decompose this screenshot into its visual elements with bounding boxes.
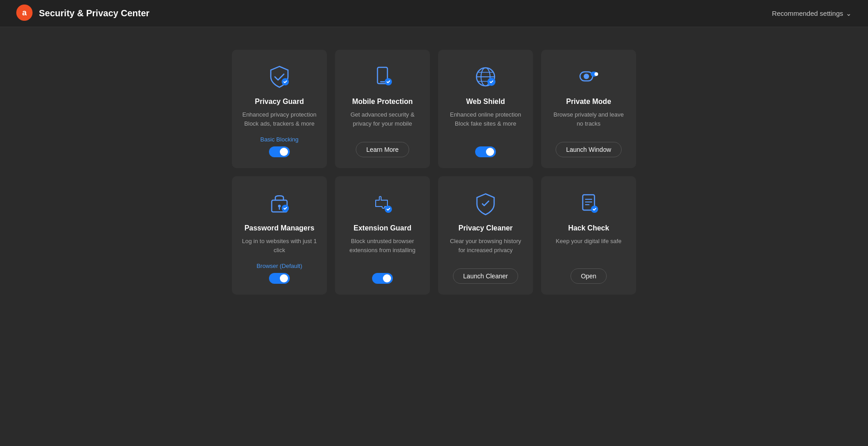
web-shield-bottom <box>475 146 496 157</box>
privacy-guard-title: Privacy Guard <box>255 98 304 106</box>
card-web-shield: Web ShieldEnhanced online protection Blo… <box>438 50 533 168</box>
privacy-guard-bottom: Basic Blocking <box>260 136 299 157</box>
private-mode-icon <box>575 63 602 90</box>
password-managers-icon <box>266 190 293 217</box>
card-privacy-cleaner: Privacy CleanerClear your browsing histo… <box>438 176 533 295</box>
extension-guard-description: Block untrusted browser extensions from … <box>344 237 421 265</box>
hack-check-button[interactable]: Open <box>571 268 607 284</box>
card-hack-check: Hack CheckKeep your digital life safeOpe… <box>541 176 636 295</box>
mobile-protection-icon <box>369 63 396 90</box>
web-shield-icon <box>472 63 499 90</box>
card-extension-guard: Extension GuardBlock untrusted browser e… <box>335 176 430 295</box>
recommended-settings-button[interactable]: Recommended settings ⌄ <box>772 9 852 18</box>
web-shield-title: Web Shield <box>466 98 505 106</box>
privacy-cleaner-title: Privacy Cleaner <box>458 224 513 232</box>
extension-guard-bottom <box>372 273 393 284</box>
private-mode-button[interactable]: Launch Window <box>556 142 622 157</box>
main-content: Privacy GuardEnhanced privacy protection… <box>0 27 868 317</box>
hack-check-description: Keep your digital life safe <box>556 237 621 260</box>
password-managers-description: Log in to websites with just 1 click <box>241 237 318 254</box>
card-password-managers: Password ManagersLog in to websites with… <box>232 176 327 295</box>
mobile-protection-title: Mobile Protection <box>352 98 413 106</box>
card-mobile-protection: Mobile ProtectionGet advanced security &… <box>335 50 430 168</box>
svg-point-15 <box>594 72 598 76</box>
hack-check-icon <box>575 190 602 217</box>
mobile-protection-description: Get advanced security & privacy for your… <box>344 110 421 134</box>
header: a Security & Privacy Center Recommended … <box>0 0 868 27</box>
chevron-down-icon: ⌄ <box>846 9 852 18</box>
logo-icon: a <box>16 5 33 23</box>
private-mode-bottom: Launch Window <box>556 142 622 157</box>
password-managers-title: Password Managers <box>245 224 315 232</box>
privacy-guard-link[interactable]: Basic Blocking <box>260 136 299 143</box>
privacy-cleaner-description: Clear your browsing history for increase… <box>447 237 524 260</box>
web-shield-description: Enhanced online protection Block fake si… <box>447 110 524 138</box>
privacy-guard-icon <box>266 63 293 90</box>
password-managers-link[interactable]: Browser (Default) <box>256 263 302 269</box>
extension-guard-title: Extension Guard <box>354 224 411 232</box>
privacy-cleaner-button[interactable]: Launch Cleaner <box>453 268 519 284</box>
mobile-protection-button[interactable]: Learn More <box>356 142 409 157</box>
svg-point-13 <box>584 74 589 79</box>
privacy-guard-toggle[interactable] <box>269 146 290 157</box>
privacy-cleaner-bottom: Launch Cleaner <box>453 268 519 284</box>
private-mode-description: Browse privately and leave no tracks <box>550 110 627 134</box>
web-shield-toggle[interactable] <box>475 146 496 157</box>
private-mode-title: Private Mode <box>566 98 611 106</box>
privacy-cleaner-icon <box>472 190 499 217</box>
extension-guard-toggle[interactable] <box>372 273 393 284</box>
privacy-guard-description: Enhanced privacy protection Block ads, t… <box>241 110 318 128</box>
hack-check-title: Hack Check <box>568 224 609 232</box>
mobile-protection-bottom: Learn More <box>356 142 409 157</box>
page-title: Security & Privacy Center <box>39 8 150 19</box>
password-managers-bottom: Browser (Default) <box>256 263 302 284</box>
card-privacy-guard: Privacy GuardEnhanced privacy protection… <box>232 50 327 168</box>
password-managers-toggle[interactable] <box>269 273 290 284</box>
hack-check-bottom: Open <box>571 268 607 284</box>
extension-guard-icon <box>369 190 396 217</box>
recommended-settings-label: Recommended settings <box>772 9 843 17</box>
header-left: a Security & Privacy Center <box>16 5 150 23</box>
cards-grid: Privacy GuardEnhanced privacy protection… <box>145 50 723 295</box>
svg-text:a: a <box>22 8 27 17</box>
card-private-mode: Private ModeBrowse privately and leave n… <box>541 50 636 168</box>
